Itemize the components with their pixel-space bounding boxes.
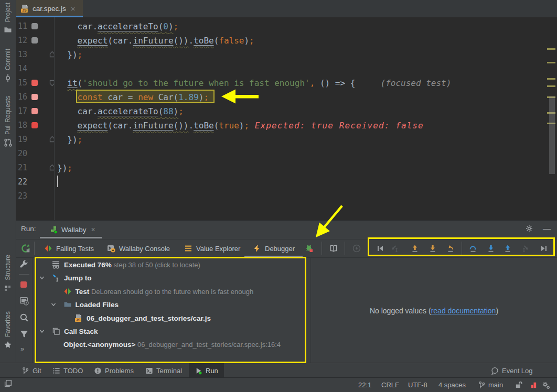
- tab-close-icon[interactable]: ×: [71, 5, 76, 13]
- gutter-row[interactable]: 11: [16, 19, 55, 34]
- back-out-top-icon[interactable]: [446, 239, 455, 257]
- gutter-row[interactable]: 21: [16, 161, 55, 175]
- book-icon[interactable]: [329, 239, 338, 257]
- gutter-row[interactable]: 13: [16, 48, 55, 62]
- error-stripe-mark[interactable]: [547, 48, 555, 50]
- gutter-row[interactable]: 19: [16, 133, 55, 147]
- coverage-marker[interactable]: [31, 37, 38, 43]
- error-stripe-mark[interactable]: [547, 78, 555, 80]
- coverage-marker[interactable]: [31, 122, 38, 128]
- step-back-icon[interactable]: [376, 239, 384, 257]
- gutter-row[interactable]: 20: [16, 147, 55, 161]
- back-into-icon[interactable]: [390, 239, 399, 257]
- code-lines[interactable]: car.accelerateTo(0); expect(car.inFuture…: [57, 19, 451, 203]
- file-encoding[interactable]: UTF-8: [408, 378, 427, 392]
- tree-row-test[interactable]: Test DeLorean should go to the future wh…: [33, 285, 327, 298]
- step-out-icon[interactable]: [504, 239, 512, 257]
- debugger-tree[interactable]: Executed 76% step 38 of 50 (click to loc…: [33, 258, 327, 363]
- stripe-item-commit[interactable]: Commit: [0, 49, 16, 82]
- run-tab-close-icon[interactable]: ×: [91, 225, 95, 234]
- step-into-icon[interactable]: [487, 239, 495, 257]
- read-documentation-link[interactable]: read documentation: [431, 307, 496, 315]
- gutter-row[interactable]: 18: [16, 118, 55, 133]
- caret-position[interactable]: 22:1: [358, 378, 371, 392]
- toolbar-tab-failing-tests[interactable]: Failing Tests: [44, 239, 94, 257]
- gears-icon[interactable]: [542, 381, 551, 390]
- code-line-17[interactable]: car.accelerateTo(88);: [57, 104, 451, 118]
- editor-scrollbar-thumb[interactable]: [549, 96, 555, 174]
- tree-row-loaded-files[interactable]: Loaded Files: [33, 298, 327, 311]
- code-line-22[interactable]: [57, 175, 451, 189]
- unlock-icon[interactable]: [515, 381, 522, 389]
- code-line-23[interactable]: [57, 189, 451, 203]
- gutter-row[interactable]: 22: [16, 175, 55, 189]
- gutter-row[interactable]: 23: [16, 189, 55, 203]
- tool-window-button-terminal[interactable]: Terminal: [145, 363, 182, 378]
- search-icon[interactable]: [19, 313, 29, 322]
- coverage-marker[interactable]: [31, 94, 38, 100]
- code-line-13[interactable]: });: [57, 48, 451, 62]
- stripe-item-structure[interactable]: Structure: [0, 255, 16, 292]
- gutter-row[interactable]: 17: [16, 104, 55, 118]
- error-stripe-mark[interactable]: [547, 85, 555, 87]
- chevron-down-icon[interactable]: [39, 328, 45, 334]
- code-line-15[interactable]: it('should go to the future when is fast…: [57, 76, 451, 90]
- tool-window-button-run[interactable]: Run: [189, 363, 224, 378]
- stop-icon[interactable]: [19, 280, 28, 289]
- wallaby-status-icon[interactable]: [530, 381, 538, 389]
- stripe-item-favorites[interactable]: Favorites: [0, 311, 16, 349]
- code-editor[interactable]: 11121314151617181920212223 car.accelerat…: [16, 17, 557, 220]
- editor-gutter[interactable]: 11121314151617181920212223: [16, 19, 55, 203]
- tool-window-button-todo[interactable]: TODO: [52, 363, 83, 378]
- event-log-button[interactable]: Event Log: [491, 363, 533, 378]
- tool-window-button-problems[interactable]: Problems: [94, 363, 134, 378]
- tree-row-06-debugger-and-test-stories-car-js[interactable]: JS06_debugger_and_test_stories/car.js: [33, 312, 327, 325]
- layout-icon[interactable]: [19, 296, 29, 306]
- tree-row-jump-to[interactable]: Jump to: [33, 271, 327, 285]
- run-tab-wallaby[interactable]: Wallaby ×: [40, 221, 102, 238]
- code-line-14[interactable]: [57, 62, 451, 76]
- gutter-row[interactable]: 12: [16, 34, 55, 48]
- chevron-down-icon[interactable]: [39, 275, 45, 281]
- gear-icon[interactable]: [525, 224, 533, 233]
- gutter-row[interactable]: 15: [16, 76, 55, 90]
- chevron-down-icon[interactable]: [50, 301, 57, 308]
- back-over-icon[interactable]: [429, 239, 437, 257]
- filter-icon[interactable]: [19, 329, 29, 339]
- tree-row-object-anonymous[interactable]: Object.<anonymous> 06_debugger_and_test_…: [33, 338, 327, 351]
- coverage-marker[interactable]: [31, 80, 38, 86]
- step-over-icon[interactable]: [469, 239, 477, 257]
- coverage-marker[interactable]: [31, 108, 38, 114]
- toolbar-tab-debugger[interactable]: Debugger: [253, 239, 295, 257]
- toolbar-tab-wallaby-console[interactable]: Wallaby Console: [107, 239, 170, 257]
- wallaby-debug-icon[interactable]: [305, 239, 313, 257]
- code-line-12[interactable]: expect(car.inFuture()).toBe(false);: [57, 34, 451, 48]
- code-line-20[interactable]: [57, 147, 451, 161]
- code-line-11[interactable]: car.accelerateTo(0);: [57, 19, 451, 34]
- gutter-row[interactable]: 16: [16, 90, 55, 104]
- error-stripe-mark[interactable]: [547, 62, 555, 63]
- run-to-cursor-icon[interactable]: [521, 239, 530, 257]
- code-line-19[interactable]: });: [57, 133, 451, 147]
- line-separator[interactable]: CRLF: [381, 378, 399, 392]
- coverage-marker[interactable]: [31, 23, 38, 29]
- wrench-icon[interactable]: [19, 259, 29, 269]
- hide-panel-icon[interactable]: —: [543, 224, 551, 233]
- stripe-item-pull-requests[interactable]: Pull Requests: [0, 96, 16, 147]
- tab-car-spec-js[interactable]: JS car.spec.js ×: [16, 0, 83, 17]
- stripe-item-project[interactable]: Project: [0, 3, 16, 34]
- tree-row-executed-76[interactable]: Executed 76% step 38 of 50 (click to loc…: [33, 258, 327, 271]
- more-icon[interactable]: »: [20, 345, 25, 353]
- indent-style[interactable]: 4 spaces: [438, 378, 466, 392]
- code-line-18[interactable]: expect(car.inFuture()).toBe(true); Expec…: [57, 118, 451, 133]
- gutter-row[interactable]: 14: [16, 62, 55, 76]
- git-branch-name[interactable]: main: [488, 378, 503, 392]
- code-line-21[interactable]: });: [57, 161, 451, 175]
- tree-row-call-stack[interactable]: Call Stack: [33, 325, 327, 338]
- step-forward-icon[interactable]: [540, 239, 548, 257]
- code-line-16[interactable]: const car = new Car(1.89);: [57, 90, 451, 104]
- flame-icon[interactable]: [352, 239, 361, 257]
- back-out-icon[interactable]: [411, 239, 419, 257]
- git-branch-icon[interactable]: [478, 381, 486, 389]
- toolbar-tab-value-explorer[interactable]: Value Explorer: [184, 239, 240, 257]
